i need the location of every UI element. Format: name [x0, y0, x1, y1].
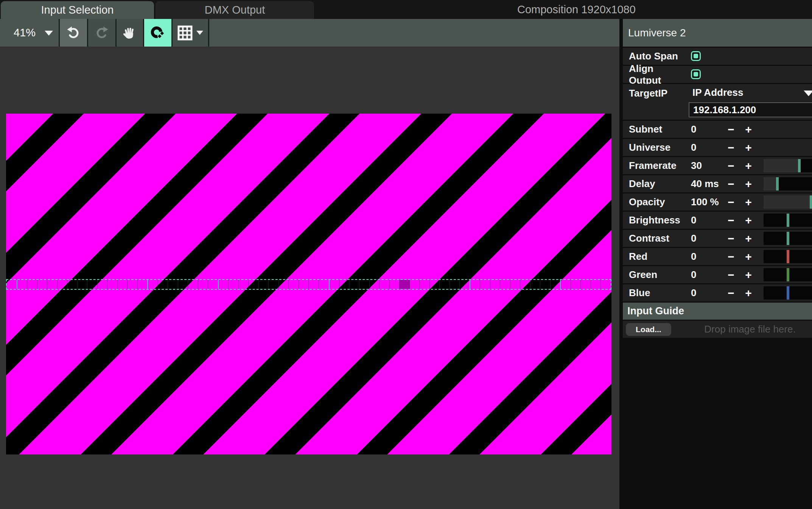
redo-button[interactable] [88, 19, 115, 47]
fixture-cell[interactable] [420, 280, 430, 289]
composition-canvas[interactable] [6, 114, 611, 454]
fixture-strip[interactable] [6, 279, 611, 290]
fixture-cell[interactable] [500, 280, 510, 289]
slider-handle[interactable] [776, 177, 779, 190]
fixture-cell[interactable] [390, 280, 400, 289]
value-slider[interactable] [764, 177, 812, 190]
grid-options-button[interactable] [173, 19, 208, 47]
decrement-button[interactable]: − [727, 230, 735, 247]
increment-button[interactable]: + [744, 139, 753, 156]
fixture-cell[interactable] [107, 280, 118, 289]
decrement-button[interactable]: − [727, 157, 735, 174]
decrement-button[interactable]: − [727, 284, 735, 301]
fixture-cell[interactable] [410, 280, 420, 289]
increment-button[interactable]: + [744, 212, 753, 229]
slider-handle[interactable] [787, 214, 789, 227]
fixture-cell[interactable] [219, 280, 229, 289]
fixture-cell[interactable] [591, 280, 601, 289]
fixture-cell[interactable] [188, 280, 198, 289]
fixture-cell[interactable] [510, 280, 521, 289]
decrement-button[interactable]: − [727, 121, 735, 138]
value-slider[interactable] [764, 286, 812, 300]
fixture-cell[interactable] [259, 280, 269, 289]
fixture-cell[interactable] [490, 280, 501, 289]
fixture-cell[interactable] [17, 280, 28, 289]
fixture-cell[interactable] [540, 280, 551, 289]
increment-button[interactable]: + [744, 175, 753, 192]
undo-button[interactable] [60, 19, 87, 47]
slider-handle[interactable] [798, 159, 801, 172]
fixture-cell[interactable] [249, 280, 259, 289]
value-slider[interactable] [764, 195, 812, 209]
align-output-checkbox[interactable] [691, 69, 701, 79]
fixture-cell[interactable] [128, 280, 138, 289]
slider-handle[interactable] [810, 195, 812, 209]
slider-handle[interactable] [787, 232, 789, 245]
fixture-cell[interactable] [198, 280, 208, 289]
increment-button[interactable]: + [744, 284, 753, 301]
fixture-cell[interactable] [7, 280, 17, 289]
tab-dmx-output[interactable]: DMX Output [156, 1, 314, 19]
decrement-button[interactable]: − [727, 194, 735, 211]
fixture-cell[interactable] [229, 280, 239, 289]
increment-button[interactable]: + [744, 157, 753, 174]
drop-zone[interactable]: Drop image file here. [688, 321, 812, 338]
fixture-cell[interactable] [520, 280, 530, 289]
fixture-cell[interactable] [148, 280, 158, 289]
slider-handle[interactable] [787, 250, 789, 263]
fixture-cell[interactable] [138, 280, 148, 289]
fixture-cell[interactable] [118, 280, 128, 289]
fixture-cell[interactable] [269, 280, 279, 289]
fixture-cell[interactable] [470, 280, 481, 289]
fixture-cell[interactable] [78, 280, 88, 289]
fixture-cell[interactable] [380, 280, 390, 289]
fixture-cell[interactable] [67, 280, 78, 289]
fixture-cell[interactable] [87, 280, 98, 289]
fixture-cell[interactable] [460, 280, 470, 289]
value-slider[interactable] [764, 250, 812, 263]
snap-magnet-button[interactable] [144, 19, 171, 47]
increment-button[interactable]: + [744, 194, 753, 211]
fixture-cell[interactable] [239, 280, 249, 289]
fixture-cell[interactable] [530, 280, 541, 289]
zoom-level-dropdown[interactable]: 41% [0, 19, 59, 47]
fixture-cell[interactable] [359, 280, 370, 289]
fixture-cell[interactable] [450, 280, 460, 289]
pan-hand-button[interactable] [117, 19, 143, 47]
fixture-cell[interactable] [279, 280, 289, 289]
load-button[interactable]: Load... [626, 323, 671, 336]
increment-button[interactable]: + [744, 266, 753, 283]
fixture-cell[interactable] [370, 280, 380, 289]
tab-input-selection[interactable]: Input Selection [1, 1, 154, 19]
auto-span-checkbox[interactable] [691, 51, 701, 61]
fixture-cell[interactable] [339, 280, 350, 289]
slider-handle[interactable] [787, 286, 789, 300]
decrement-button[interactable]: − [727, 139, 735, 156]
fixture-cell[interactable] [350, 280, 360, 289]
slider-handle[interactable] [787, 268, 789, 281]
fixture-cell[interactable] [168, 280, 178, 289]
targetip-mode-dropdown[interactable]: IP Address [692, 84, 743, 101]
fixture-cell[interactable] [330, 280, 340, 289]
fixture-cell[interactable] [561, 280, 571, 289]
fixture-cell[interactable] [319, 280, 330, 289]
value-slider[interactable] [764, 214, 812, 227]
fixture-cell[interactable] [581, 280, 591, 289]
decrement-button[interactable]: − [727, 248, 735, 265]
value-slider[interactable] [764, 159, 812, 172]
fixture-cell[interactable] [430, 280, 440, 289]
fixture-cell[interactable] [601, 280, 611, 289]
fixture-cell[interactable] [440, 280, 450, 289]
fixture-cell[interactable] [480, 280, 490, 289]
fixture-cell[interactable] [571, 280, 581, 289]
fixture-cell[interactable] [37, 280, 48, 289]
decrement-button[interactable]: − [727, 175, 735, 192]
fixture-cell[interactable] [309, 280, 319, 289]
increment-button[interactable]: + [744, 248, 753, 265]
increment-button[interactable]: + [744, 230, 753, 247]
increment-button[interactable]: + [744, 121, 753, 138]
decrement-button[interactable]: − [727, 266, 735, 283]
fixture-cell[interactable] [47, 280, 58, 289]
fixture-cell[interactable] [299, 280, 309, 289]
fixture-cell[interactable] [551, 280, 561, 289]
